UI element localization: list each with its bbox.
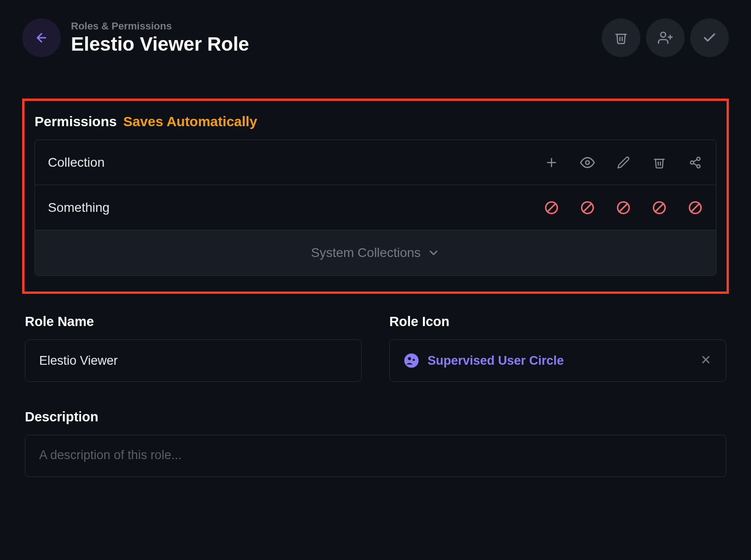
svg-line-15 — [693, 159, 697, 162]
page-header: Roles & Permissions Elestio Viewer Role — [22, 18, 729, 57]
perm-share-cell[interactable] — [687, 200, 703, 216]
save-button[interactable] — [690, 18, 729, 57]
collection-header-label: Collection — [48, 155, 544, 170]
role-icon-label: Role Icon — [389, 314, 726, 329]
trash-icon — [653, 156, 666, 169]
check-icon — [702, 30, 717, 45]
header-actions — [602, 18, 729, 57]
permission-cells — [544, 200, 703, 216]
perm-delete-cell[interactable] — [651, 200, 667, 216]
page-title: Elestio Viewer Role — [71, 33, 592, 55]
permission-action-headers — [544, 155, 703, 170]
permissions-header: Permissions Saves Automatically — [35, 114, 716, 129]
close-icon — [700, 354, 712, 366]
role-icon-value: Supervised User Circle — [428, 354, 692, 368]
svg-point-3 — [661, 32, 666, 37]
deny-icon — [545, 201, 558, 215]
back-button[interactable] — [22, 18, 61, 57]
eye-icon — [580, 155, 595, 170]
role-name-input-wrap[interactable] — [25, 339, 362, 382]
svg-line-23 — [656, 204, 663, 211]
svg-point-28 — [413, 359, 415, 361]
arrow-left-icon — [35, 31, 48, 45]
share-column[interactable] — [687, 155, 703, 170]
collection-name: Something — [48, 200, 544, 215]
svg-point-8 — [586, 161, 589, 164]
role-icon-field: Role Icon Supervised User Circle — [389, 314, 726, 382]
perm-read-cell[interactable] — [580, 200, 595, 216]
svg-line-17 — [548, 204, 555, 211]
svg-line-14 — [693, 163, 697, 165]
header-titles: Roles & Permissions Elestio Viewer Role — [71, 20, 592, 55]
svg-line-21 — [620, 204, 627, 211]
role-name-label: Role Name — [25, 314, 362, 329]
permissions-subtitle: Saves Automatically — [123, 114, 257, 129]
role-name-input[interactable] — [39, 354, 347, 368]
description-input[interactable] — [39, 448, 712, 462]
description-label: Description — [25, 409, 726, 425]
clear-icon-button[interactable] — [700, 354, 712, 368]
table-row[interactable]: Something — [35, 185, 716, 230]
svg-line-25 — [692, 204, 699, 211]
read-column[interactable] — [580, 155, 595, 170]
update-column[interactable] — [616, 155, 631, 170]
description-field: Description — [22, 409, 729, 477]
delete-button[interactable] — [602, 18, 640, 57]
form-grid: Role Name Role Icon Supervised User Circ… — [22, 314, 729, 382]
permissions-title: Permissions — [35, 114, 117, 129]
chevron-down-icon — [427, 246, 440, 259]
role-name-field: Role Name — [25, 314, 362, 382]
breadcrumb[interactable]: Roles & Permissions — [71, 20, 592, 32]
description-input-wrap[interactable] — [25, 435, 726, 477]
permissions-table-header: Collection — [35, 140, 716, 185]
share-icon — [689, 156, 702, 169]
svg-point-26 — [404, 353, 418, 368]
system-collections-label: System Collections — [311, 245, 421, 260]
system-collections-toggle[interactable]: System Collections — [35, 230, 716, 275]
svg-line-19 — [584, 204, 591, 211]
perm-create-cell[interactable] — [544, 200, 559, 216]
add-user-button[interactable] — [646, 18, 685, 57]
person-add-icon — [658, 30, 673, 45]
delete-column[interactable] — [651, 155, 667, 170]
pencil-icon — [617, 156, 630, 169]
role-icon-select[interactable]: Supervised User Circle — [389, 339, 726, 382]
permissions-table: Collection Something — [35, 140, 716, 276]
deny-icon — [581, 201, 594, 215]
supervised-user-circle-icon — [404, 353, 419, 368]
deny-icon — [616, 201, 630, 215]
create-column[interactable] — [544, 155, 559, 170]
deny-icon — [688, 201, 702, 215]
deny-icon — [652, 201, 666, 215]
trash-icon — [614, 31, 628, 45]
perm-update-cell[interactable] — [616, 200, 631, 216]
svg-point-27 — [408, 357, 411, 360]
plus-icon — [545, 156, 558, 169]
permissions-highlight: Permissions Saves Automatically Collecti… — [22, 99, 729, 294]
